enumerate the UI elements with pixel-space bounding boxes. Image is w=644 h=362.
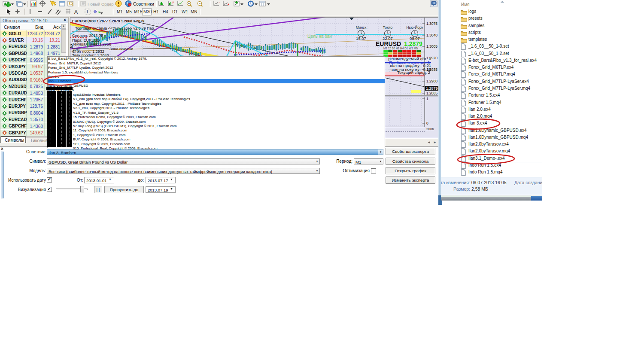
svg-text:Текущий спред: 2: Текущий спред: 2 xyxy=(397,70,430,75)
svg-text:1.2935: 1.2935 xyxy=(426,67,437,72)
svg-text:◄: ◄ xyxy=(427,140,431,144)
svg-text:Нью-Йорк: Нью-Йорк xyxy=(406,25,423,30)
svg-text:0: 0 xyxy=(426,121,428,125)
svg-text:1.3040: 1.3040 xyxy=(426,33,437,37)
svg-text:Текущая цена: 1.2958: Текущая цена: 1.2958 xyxy=(72,42,111,46)
svg-text:2006: 2006 xyxy=(426,127,434,131)
svg-text:Торговая система <<Пульсар>> v: Торговая система <<Пульсар>> v2.0 v9 Пар… xyxy=(75,26,155,30)
svg-text:Минск: Минск xyxy=(356,25,367,30)
svg-text:EURUSD,M30 1.2877 1.2879 1.28: EURUSD,M30 1.2877 1.2879 1.2868 1.2879 xyxy=(72,19,145,23)
svg-text:EURUSD: EURUSD xyxy=(376,40,401,47)
svg-text:Цель на бай: Цель на бай xyxy=(307,34,332,39)
svg-text:15:07: 15:07 xyxy=(356,36,366,41)
svg-text:Токио: Токио xyxy=(383,25,393,30)
svg-text:1.2900: 1.2900 xyxy=(426,79,437,83)
svg-text:1: 1 xyxy=(426,97,428,101)
svg-text:Зона покупки: Зона покупки xyxy=(109,47,133,51)
svg-text:1.3075: 1.3075 xyxy=(426,21,437,26)
svg-text:T: T xyxy=(86,9,89,14)
svg-text:Сегодня: 2013.7Б: Сегодня: 2013.7Б xyxy=(72,33,103,38)
svg-text:1.2970: 1.2970 xyxy=(426,56,437,60)
svg-text:1.3005: 1.3005 xyxy=(426,44,437,49)
svg-text:►: ► xyxy=(433,140,437,144)
svg-text:1.2879: 1.2879 xyxy=(426,86,438,91)
svg-text:1.2879: 1.2879 xyxy=(404,40,422,47)
svg-text:M1 15 30 H1 H4 D1 W1 MN: M1 15 30 H1 H4 D1 W1 MN xyxy=(383,47,418,50)
svg-text:1.2865: 1.2865 xyxy=(426,91,437,95)
